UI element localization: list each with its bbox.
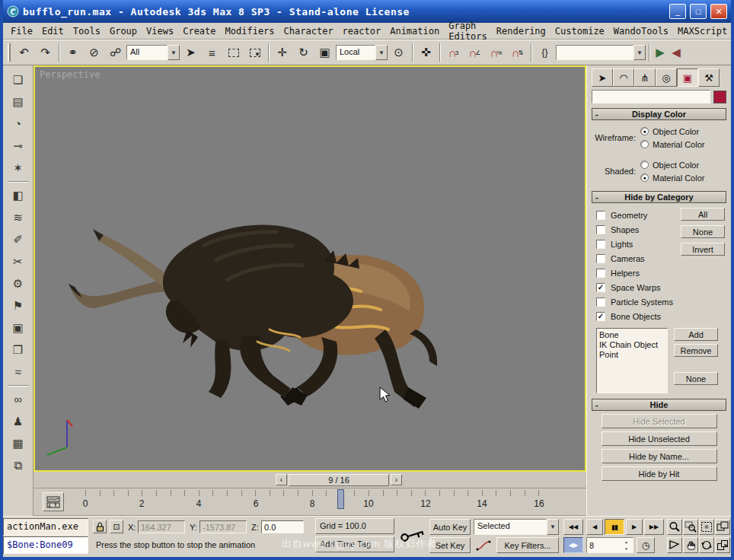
zoom-button[interactable]: [667, 519, 682, 535]
crossing-selection-button[interactable]: [244, 43, 265, 62]
chevron-down-icon[interactable]: ▼: [633, 45, 646, 60]
restore-button[interactable]: □: [690, 4, 707, 19]
auto-key-button[interactable]: Auto Key: [429, 519, 471, 535]
use-center-button[interactable]: ⊙: [388, 43, 409, 62]
select-and-move-button[interactable]: ✛: [272, 43, 292, 62]
menu-rendering[interactable]: Rendering: [492, 24, 550, 38]
select-object-button[interactable]: ➤: [180, 43, 201, 62]
display-color-rollout-header[interactable]: - Display Color: [592, 108, 726, 120]
zoom-extents-button[interactable]: [699, 519, 714, 535]
menu-tools[interactable]: Tools: [69, 24, 105, 38]
align-button[interactable]: ◀: [669, 43, 684, 62]
cut-tool-icon[interactable]: ✂: [7, 251, 30, 272]
menu-modifiers[interactable]: Modifiers: [221, 24, 279, 38]
perspective-viewport[interactable]: Perspective: [34, 65, 586, 472]
key-mode-toggle[interactable]: ◀▶: [563, 537, 583, 553]
buffalo-model[interactable]: [65, 215, 458, 421]
wireframe-object-color-radio[interactable]: ●Object Color: [640, 125, 726, 138]
select-by-name-button[interactable]: ≡: [202, 43, 222, 62]
waves-tool-icon[interactable]: ≈: [7, 361, 30, 382]
menu-file[interactable]: File: [6, 24, 37, 38]
render-preview-tool-icon[interactable]: ◧: [7, 185, 30, 205]
torus-knot-tool-icon[interactable]: ∞: [7, 389, 30, 409]
checkbox-particle-systems[interactable]: Particle Systems: [596, 294, 726, 309]
selection-filter-dropdown[interactable]: All ▼: [126, 45, 180, 60]
list-item-point[interactable]: Point: [599, 350, 665, 360]
time-slider-prev-button[interactable]: ‹: [276, 474, 287, 485]
y-coordinate-field[interactable]: -1573.87: [199, 520, 247, 533]
redo-button[interactable]: ↷: [35, 43, 56, 62]
box-tool-icon[interactable]: ▦: [7, 433, 30, 453]
menu-graph-editors[interactable]: Graph Editors: [444, 19, 492, 43]
hide-unselected-button[interactable]: Hide Unselected: [602, 431, 717, 446]
selection-set-dropdown[interactable]: Selected ▼: [474, 519, 559, 535]
snaps-toggle-button[interactable]: ∩3: [443, 43, 464, 62]
checkbox-bone-objects[interactable]: ✓Bone Objects: [596, 309, 726, 323]
menu-character[interactable]: Character: [279, 24, 338, 38]
reference-coordinate-dropdown[interactable]: Local ▼: [336, 45, 388, 60]
category-all-button[interactable]: All: [681, 208, 725, 221]
select-and-scale-button[interactable]: ▣: [314, 43, 335, 62]
truck-tool-icon[interactable]: ▣: [7, 317, 30, 338]
tab-display-icon[interactable]: ▣: [677, 68, 698, 87]
pause-button[interactable]: ▮▮: [605, 519, 624, 535]
rectangular-selection-region-button[interactable]: [223, 43, 244, 62]
menu-create[interactable]: Create: [178, 24, 220, 38]
chevron-down-icon[interactable]: ▼: [375, 45, 388, 60]
cloth-tool-icon[interactable]: ▤: [7, 91, 30, 112]
hide-by-category-rollout-header[interactable]: - Hide by Category: [592, 191, 726, 203]
chevron-down-icon[interactable]: ▼: [547, 519, 559, 535]
minimize-button[interactable]: _: [669, 4, 686, 19]
percent-snap-button[interactable]: ∩%: [486, 43, 506, 62]
category-list-none-button[interactable]: None: [674, 372, 718, 385]
time-slider[interactable]: 9 / 16: [289, 474, 389, 486]
chevron-down-icon[interactable]: ▼: [168, 45, 180, 60]
menu-customize[interactable]: Customize: [550, 24, 609, 38]
viewport-label[interactable]: Perspective: [40, 69, 100, 80]
named-selection-sets-button[interactable]: {}: [535, 43, 555, 62]
zoom-extents-all-button[interactable]: [715, 519, 730, 535]
star-tool-icon[interactable]: ✶: [7, 158, 30, 178]
pin-tool-icon[interactable]: ⊸: [7, 135, 30, 156]
open-mini-curve-editor-button[interactable]: [43, 492, 64, 511]
go-to-end-button[interactable]: ▶▶: [644, 519, 664, 535]
checkbox-helpers[interactable]: Helpers: [596, 266, 726, 280]
select-and-manipulate-button[interactable]: ✜: [416, 43, 436, 62]
list-item-bone[interactable]: Bone: [599, 330, 665, 340]
checkbox-space-warps[interactable]: ✓Space Warps: [596, 280, 726, 294]
category-add-button[interactable]: Add: [674, 328, 718, 341]
bind-to-space-warp-button[interactable]: ☍: [105, 43, 126, 62]
select-and-rotate-button[interactable]: ↻: [293, 43, 314, 62]
next-frame-button[interactable]: ▶: [626, 519, 643, 535]
object-color-swatch[interactable]: [713, 91, 726, 103]
tab-create-icon[interactable]: ➤: [592, 68, 613, 87]
tab-hierarchy-icon[interactable]: ⋔: [634, 68, 656, 87]
set-key-button[interactable]: Set Key: [429, 537, 471, 553]
current-frame-field[interactable]: 8 ▴▾: [586, 537, 633, 553]
x-coordinate-field[interactable]: 164.327: [138, 520, 185, 533]
category-invert-button[interactable]: Invert: [681, 243, 725, 256]
tab-modify-icon[interactable]: ◠: [613, 68, 634, 87]
tab-motion-icon[interactable]: ◎: [656, 68, 677, 87]
selection-lock-toggle[interactable]: [93, 520, 107, 533]
undo-button[interactable]: ↶: [14, 43, 34, 62]
maxscript-listener-bottom[interactable]: $Bone:Bone09: [3, 536, 88, 554]
menu-wandotools[interactable]: WandoTools: [609, 24, 673, 38]
hide-by-hit-button[interactable]: Hide by Hit: [602, 466, 717, 481]
wireframe-material-color-radio[interactable]: Material Color: [640, 138, 726, 151]
unlink-selection-button[interactable]: ⊘: [84, 43, 104, 62]
pen-tool-icon[interactable]: ✐: [7, 229, 30, 250]
go-to-start-button[interactable]: ◀◀: [563, 519, 583, 535]
titlebar[interactable]: bufflo_run.max - Autodesk 3ds Max 8 SP3 …: [3, 0, 731, 23]
object-name-field[interactable]: [592, 90, 710, 103]
category-none-button[interactable]: None: [681, 225, 725, 238]
track-bar[interactable]: 0 2 4 6 8 10 12 14 16: [34, 488, 586, 516]
pan-button[interactable]: [683, 537, 698, 553]
menu-animation[interactable]: Animation: [385, 24, 444, 38]
category-list[interactable]: Bone IK Chain Object Point: [596, 328, 668, 393]
angle-snap-button[interactable]: ∩∠: [464, 43, 485, 62]
named-selection-dropdown[interactable]: ▼: [556, 45, 646, 60]
shaded-object-color-radio[interactable]: Object Color: [640, 158, 726, 171]
default-tangent-button[interactable]: [474, 537, 493, 553]
zoom-all-button[interactable]: [683, 519, 698, 535]
